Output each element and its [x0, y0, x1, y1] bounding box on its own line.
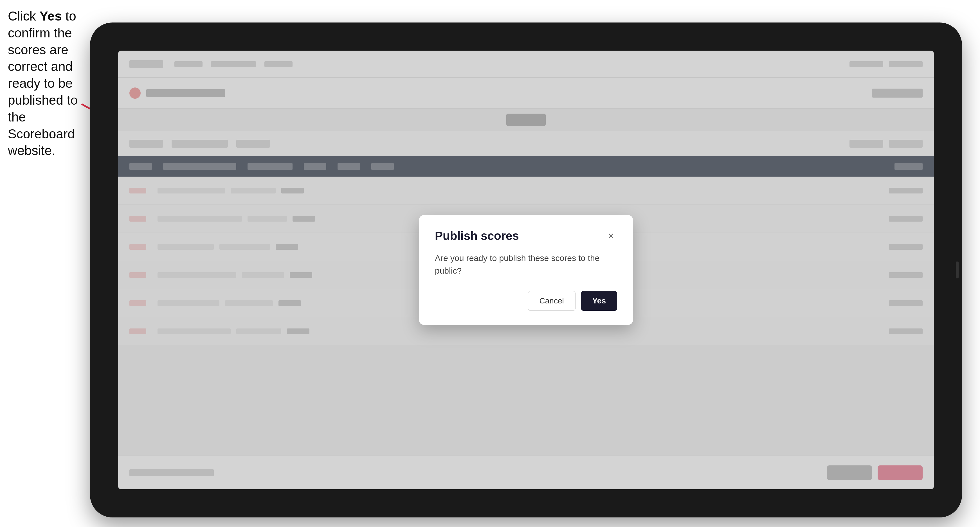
tablet-side-button — [956, 262, 959, 278]
modal-title: Publish scores — [435, 229, 519, 243]
instruction-text-bold: Yes — [40, 9, 62, 23]
instruction-text-suffix: to confirm the scores are correct and re… — [8, 9, 78, 158]
dialog-overlay: Publish scores × Are you ready to publis… — [118, 51, 934, 489]
modal-body-text: Are you ready to publish these scores to… — [435, 252, 617, 277]
modal-cancel-button[interactable]: Cancel — [528, 291, 576, 311]
tablet-device: Publish scores × Are you ready to publis… — [90, 22, 962, 517]
publish-scores-modal: Publish scores × Are you ready to publis… — [419, 215, 633, 325]
instruction-text: Click Yes to confirm the scores are corr… — [8, 8, 89, 159]
modal-footer: Cancel Yes — [435, 291, 617, 311]
modal-yes-button[interactable]: Yes — [581, 291, 617, 311]
instruction-text-prefix: Click — [8, 9, 40, 23]
modal-header: Publish scores × — [435, 229, 617, 243]
modal-close-button[interactable]: × — [605, 230, 617, 242]
tablet-screen: Publish scores × Are you ready to publis… — [118, 51, 934, 489]
